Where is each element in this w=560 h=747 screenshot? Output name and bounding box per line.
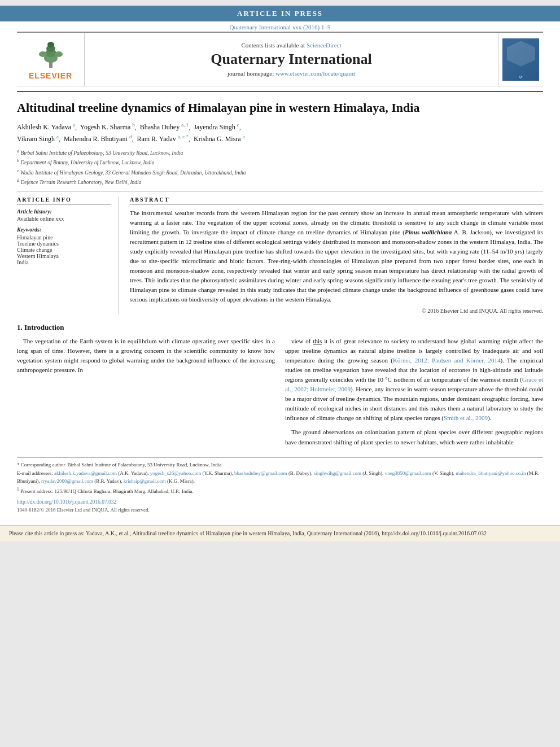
banner-text: ARTICLE IN PRESS — [237, 9, 323, 18]
introduction-section: 1. Introduction The vegetation of the Ea… — [17, 323, 543, 452]
svg-point-6 — [55, 51, 63, 57]
affiliations: a Birbal Sahni Institute of Palaeobotany… — [17, 148, 543, 187]
journal-volume-text: Quaternary International xxx (2016) 1–9 — [230, 24, 331, 30]
author-7: Ram R. Yadav a, c *, — [137, 135, 192, 143]
author-5: Vikram Singh a, — [17, 135, 62, 143]
article-info-header: ARTICLE INFO — [17, 196, 111, 205]
abstract-column: ABSTRACT The instrumental weather record… — [130, 196, 543, 314]
section-name: Introduction — [24, 323, 64, 331]
doi-anchor[interactable]: http://dx.doi.org/10.1016/j.quaint.2016.… — [17, 499, 116, 505]
elsevier-wordmark: ELSEVIER — [29, 71, 72, 80]
homepage-label: journal homepage: — [228, 70, 274, 77]
email-rryadav[interactable]: rryadav2000@gmail.com — [41, 478, 93, 484]
aff-3: c Wadia Institute of Himalayan Geology, … — [17, 168, 543, 177]
keyword-3: Climate change — [17, 247, 111, 253]
homepage-url[interactable]: www.elsevier.com/locate/quaint — [275, 70, 355, 77]
available-online: Available online xxx — [17, 216, 111, 222]
intro-left-col: The vegetation of the Earth system is in… — [17, 337, 275, 452]
author-8: Krishna G. Misra a — [194, 135, 245, 143]
abstract-text: The instrumental weather records from th… — [130, 208, 543, 304]
info-abstract-section: ARTICLE INFO Article history: Available … — [17, 196, 543, 314]
intro-right-col: view of this it is of great relevance to… — [285, 337, 543, 452]
journal-title: Quaternary International — [211, 51, 371, 68]
ref-grace-2002[interactable]: Grace et al., 2002; Holtmeier, 2009 — [285, 376, 543, 392]
author-6: Mahendra R. Bhutiyani d, — [64, 135, 135, 143]
contents-label: Contents lists available at — [241, 42, 305, 49]
doi-link: http://dx.doi.org/10.1016/j.quaint.2016.… — [17, 498, 543, 506]
article-title: Altitudinal treeline dynamics of Himalay… — [17, 100, 543, 116]
article-info-column: ARTICLE INFO Article history: Available … — [17, 196, 119, 314]
copyright-text: © 2016 Elsevier Ltd and INQUA. All right… — [130, 308, 543, 314]
footnotes: * Corresponding author. Birbal Sahni Ins… — [17, 457, 543, 514]
keyword-4: Western Himalaya — [17, 253, 111, 259]
svg-point-4 — [47, 42, 54, 47]
keyword-5: India — [17, 259, 111, 265]
author-1: Akhilesh K. Yadava a, — [17, 123, 78, 131]
section-number: 1. — [17, 323, 24, 331]
keywords-label: Keywords: — [17, 226, 111, 233]
science-direct-line: Contents lists available at ScienceDirec… — [241, 42, 341, 49]
keyword-1: Himalayan pine — [17, 234, 111, 241]
email-line: E-mail addresses: akhilesh.k.yadava@gmai… — [17, 470, 543, 485]
ref-korner-2012[interactable]: Körner, 2012; Paulsen and Körner, 2014 — [393, 357, 501, 364]
intro-body: The vegetation of the Earth system is in… — [17, 337, 543, 452]
top-rule — [17, 91, 543, 92]
email-sharma[interactable]: yogesh_s26@yahoo.com — [150, 470, 202, 476]
email-misra[interactable]: krishsip@gmail.com — [124, 478, 166, 484]
bottom-citation-bar: Please cite this article in press as: Ya… — [0, 525, 560, 541]
section-title: 1. Introduction — [17, 323, 543, 332]
intro-para-right-2: The ground observations on colonization … — [285, 427, 543, 447]
email-vsingh[interactable]: vneg3850@gmail.com — [385, 470, 431, 476]
aff-1: a Birbal Sahni Institute of Palaeobotany… — [17, 148, 543, 157]
email-singh[interactable]: singhwihg@gmail.com — [314, 470, 361, 476]
elsevier-logo-area: ELSEVIER — [17, 33, 85, 86]
citation-text: Please cite this article in press as: Ya… — [9, 530, 487, 536]
journal-logo-box: QI — [502, 38, 539, 81]
email-bhutiyani[interactable]: mahendra_bhutiyani@yahoo.co.in — [456, 470, 526, 476]
page: ARTICLE IN PRESS Quaternary Internationa… — [0, 6, 560, 541]
article-in-press-banner: ARTICLE IN PRESS — [0, 6, 560, 21]
journal-logo-area: QI — [498, 33, 543, 86]
article-history-label: Article history: — [17, 208, 111, 215]
journal-homepage: journal homepage: www.elsevier.com/locat… — [228, 70, 355, 77]
intro-para-right-1: view of this it is of great relevance to… — [285, 337, 543, 423]
corresponding-author-note: * Corresponding author. Birbal Sahni Ins… — [17, 461, 543, 469]
ref-smith-2009[interactable]: Smith et al., 2009 — [444, 414, 488, 421]
elsevier-logo: ELSEVIER — [29, 38, 72, 80]
journal-line: Quaternary International xxx (2016) 1–9 — [0, 21, 560, 32]
journal-logo-text: QI — [519, 75, 522, 78]
aff-2: b Department of Botany, University of Lu… — [17, 158, 543, 167]
divider-1 — [17, 191, 543, 192]
email-dubey[interactable]: bhashadubey@gmail.com — [234, 470, 287, 476]
issn-text: 1040-6182/© 2016 Elsevier Ltd and INQUA.… — [17, 506, 543, 514]
intro-para-1: The vegetation of the Earth system is in… — [17, 337, 275, 375]
journal-title-area: Contents lists available at ScienceDirec… — [85, 33, 498, 86]
aff-4: d Defence Terrain Research Laboratory, N… — [17, 177, 543, 186]
present-address-note: 1 Present address: 125/98/1Q Chhota Bagh… — [17, 486, 543, 496]
authors-line: Akhilesh K. Yadava a, Yogesh K. Sharma b… — [17, 121, 543, 145]
svg-point-5 — [39, 51, 47, 57]
author-4: Jayendra Singh c, — [194, 123, 243, 131]
author-3: Bhasha Dubey a, 1, — [140, 123, 192, 131]
abstract-header: ABSTRACT — [130, 196, 543, 205]
keyword-2: Treeline dynamics — [17, 241, 111, 247]
elsevier-tree-icon — [34, 38, 68, 69]
science-direct-link[interactable]: ScienceDirect — [307, 42, 342, 49]
author-2: Yogesh K. Sharma b, — [80, 123, 138, 131]
email-yadava[interactable]: akhilesh.k.yadava@gmail.com — [54, 470, 117, 476]
main-content: Altitudinal treeline dynamics of Himalay… — [0, 91, 560, 519]
journal-header: ELSEVIER Contents lists available at Sci… — [17, 32, 543, 86]
